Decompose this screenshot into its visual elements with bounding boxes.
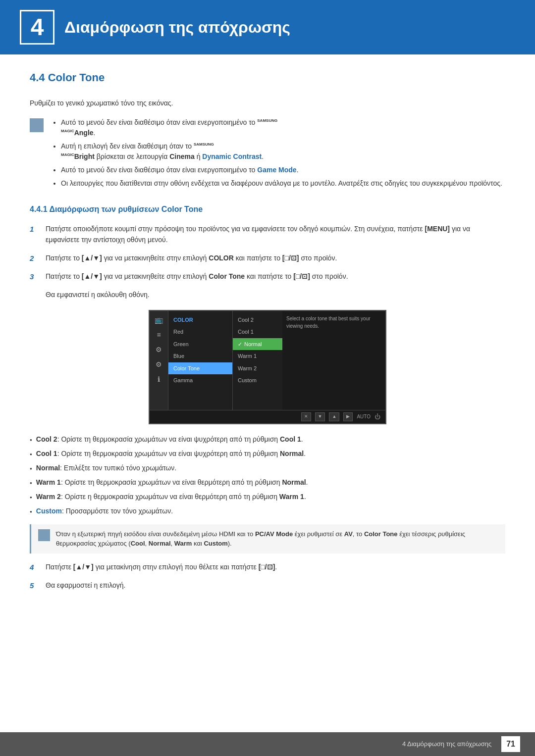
sidebar-icon-4: ⚙ — [154, 359, 164, 370]
note-item-4: Οι λειτουργίες που διατίθενται στην οθόν… — [61, 178, 505, 189]
step-content-1: Πατήστε οποιοδήποτε κουμπί στην πρόσοψη … — [46, 223, 505, 246]
option-normal: ● Normal: Επιλέξτε τον τυπικό τόνο χρωμά… — [30, 463, 505, 473]
option-cool2-text: Cool 2: Ορίστε τη θερμοκρασία χρωμάτων ν… — [36, 434, 303, 445]
note-icon — [30, 118, 44, 132]
step-content-5: Θα εφαρμοστεί η επιλογή. — [46, 580, 125, 591]
subsection-title: 4.4.1 Διαμόρφωση των ρυθμίσεων Color Ton… — [30, 203, 505, 215]
notes-list: Αυτό το μενού δεν είναι διαθέσιμο όταν ε… — [51, 117, 505, 189]
bullet-6: ● — [30, 509, 32, 515]
monitor-display: 📺 ≡ ⚙ ⚙ ℹ COLOR Red Green Blue Color Ton… — [149, 310, 386, 424]
submenu-panel: Cool 2 Cool 1 ✓Normal Warm 1 Warm 2 Cust… — [233, 311, 282, 410]
nav-arrows-3: [▲/▼] — [82, 272, 102, 280]
step-content-2: Πατήστε το [▲/▼] για να μετακινηθείτε στ… — [46, 252, 337, 263]
step-content-4: Πατήστε [▲/▼] για μετακίνηση στην επιλογ… — [46, 561, 277, 572]
note-item-2: Αυτή η επιλογή δεν είναι διαθέσιμη όταν … — [61, 141, 505, 162]
option-cool1: ● Cool 1: Ορίστε τη θερμοκρασία χρωμάτων… — [30, 449, 505, 459]
chapter-header: 4 Διαμόρφωση της απόχρωσης — [0, 0, 535, 54]
bottom-icon-right: ▶ — [343, 412, 353, 421]
page-footer: 4 Διαμόρφωση της απόχρωσης 71 — [0, 732, 535, 756]
option-warm2-text: Warm 2: Ορίστε η θερμοκρασία χρωμάτων να… — [36, 492, 306, 502]
bullet-4: ● — [30, 480, 32, 486]
nav-arrows-4: [▲/▼] — [73, 563, 94, 571]
step-number-2: 2 — [30, 253, 40, 264]
note2-icon — [38, 529, 50, 541]
submenu-custom: Custom — [233, 374, 282, 387]
confirm-btn-4: [□/⊡] — [259, 563, 275, 571]
menu-panel: COLOR Red Green Blue Color Tone Gamma — [168, 311, 233, 410]
bottom-icon-up: ▲ — [329, 412, 339, 421]
step-content-3: Πατήστε το [▲/▼] για να μετακινηθείτε στ… — [46, 271, 348, 282]
step-3: 3 Πατήστε το [▲/▼] για να μετακινηθείτε … — [30, 271, 505, 283]
option-warm1-text: Warm 1: Ορίστε τη θερμοκρασία χρωμάτων ν… — [36, 477, 308, 488]
step-4: 4 Πατήστε [▲/▼] για μετακίνηση στην επιλ… — [30, 561, 505, 573]
auto-label: AUTO — [357, 413, 371, 420]
sidebar-icon-1: 📺 — [154, 315, 164, 326]
color-option: COLOR — [209, 254, 234, 262]
step-number-5: 5 — [30, 580, 40, 592]
option-cool2: ● Cool 2: Ορίστε τη θερμοκρασία χρωμάτων… — [30, 434, 505, 445]
options-list: ● Cool 2: Ορίστε τη θερμοκρασία χρωμάτων… — [30, 434, 505, 516]
option-warm1: ● Warm 1: Ορίστε τη θερμοκρασία χρωμάτων… — [30, 477, 505, 488]
submenu-cool1: Cool 1 — [233, 326, 282, 338]
submenu-warm1: Warm 1 — [233, 350, 282, 362]
angle-label: Angle — [74, 129, 94, 137]
monitor-bottom-bar: ✕ ▼ ▲ ▶ AUTO ⏻ — [150, 410, 385, 423]
dynamic-contrast-label: Dynamic Contrast — [202, 152, 262, 160]
menu-item-colortone: Color Tone — [168, 362, 232, 375]
section-description: Ρυθμίζει το γενικό χρωματικό τόνο της ει… — [30, 98, 505, 108]
step3-subnote: Θα εμφανιστεί η ακόλουθη οθόνη. — [46, 290, 505, 300]
menu-label: [MENU] — [425, 225, 450, 233]
color-tone-option: Color Tone — [209, 272, 245, 280]
sidebar-icon-3: ⚙ — [154, 345, 164, 355]
footer-text: 4 Διαμόρφωση της απόχρωσης — [402, 739, 491, 749]
submenu-normal: ✓Normal — [233, 338, 282, 351]
sidebar-icon-2: ≡ — [154, 330, 164, 341]
bright-label: Bright — [74, 152, 95, 160]
bottom-icon-x: ✕ — [301, 412, 311, 421]
submenu-warm2: Warm 2 — [233, 362, 282, 375]
option-custom: ● Custom: Προσαρμόστε τον τόνο χρωμάτων. — [30, 506, 505, 516]
menu-item-blue: Blue — [168, 350, 232, 362]
step-number-4: 4 — [30, 562, 40, 573]
sidebar-icon-5: ℹ — [154, 374, 164, 385]
step-number-3: 3 — [30, 271, 40, 283]
submenu-cool2: Cool 2 — [233, 314, 282, 326]
tooltip-text: Select a color tone that best suits your… — [286, 316, 371, 329]
bullet-5: ● — [30, 495, 32, 501]
cinema-label: Cinema — [169, 152, 195, 160]
menu-item-green: Green — [168, 338, 232, 351]
bullet-1: ● — [30, 437, 32, 443]
note-content: Αυτό το μενού δεν είναι διαθέσιμο όταν ε… — [51, 117, 505, 192]
bullet-2: ● — [30, 452, 32, 457]
footer-page-number: 71 — [501, 736, 520, 752]
step-5: 5 Θα εφαρμοστεί η επιλογή. — [30, 580, 505, 592]
game-mode-label: Game Mode — [257, 166, 296, 174]
note2-box: Όταν η εξωτερική πηγή εισόδου είναι συνδ… — [30, 524, 505, 554]
nav-arrows-2: [▲/▼] — [82, 254, 102, 262]
option-custom-text: Custom: Προσαρμόστε τον τόνο χρωμάτων. — [36, 506, 173, 516]
confirm-btn-3: [□/⊡] — [293, 272, 310, 280]
notes-box: Αυτό το μενού δεν είναι διαθέσιμο όταν ε… — [30, 117, 505, 192]
tooltip-panel: Select a color tone that best suits your… — [282, 311, 385, 410]
monitor-sidebar: 📺 ≡ ⚙ ⚙ ℹ — [150, 311, 168, 410]
menu-item-red: Red — [168, 326, 232, 338]
option-cool1-text: Cool 1: Ορίστε τη θερμοκρασία χρωμάτων ν… — [36, 449, 306, 459]
chapter-title: Διαμόρφωση της απόχρωσης — [64, 15, 290, 39]
menu-header-label: COLOR — [168, 314, 232, 326]
power-icon: ⏻ — [374, 412, 380, 421]
monitor-inner: 📺 ≡ ⚙ ⚙ ℹ COLOR Red Green Blue Color Ton… — [150, 311, 385, 410]
menu-item-gamma: Gamma — [168, 374, 232, 387]
chapter-number: 4 — [20, 10, 54, 45]
confirm-btn-2: [□/⊡] — [282, 254, 299, 262]
step-1: 1 Πατήστε οποιοδήποτε κουμπί στην πρόσοψ… — [30, 223, 505, 246]
option-normal-text: Normal: Επιλέξτε τον τυπικό τόνο χρωμάτω… — [36, 463, 176, 473]
bullet-3: ● — [30, 466, 32, 472]
note2-content: Όταν η εξωτερική πηγή εισόδου είναι συνδ… — [56, 529, 498, 549]
note-item-3: Αυτό το μενού δεν είναι διαθέσιμο όταν ε… — [61, 165, 505, 175]
section-title: 4.4 Color Tone — [30, 69, 505, 88]
step-2: 2 Πατήστε το [▲/▼] για να μετακινηθείτε … — [30, 252, 505, 264]
step-number-1: 1 — [30, 224, 40, 235]
option-warm2: ● Warm 2: Ορίστε η θερμοκρασία χρωμάτων … — [30, 492, 505, 502]
samsung-magic-label-1: SAMSUNGMAGIC — [61, 118, 277, 133]
note-item-1: Αυτό το μενού δεν είναι διαθέσιμο όταν ε… — [61, 117, 505, 138]
